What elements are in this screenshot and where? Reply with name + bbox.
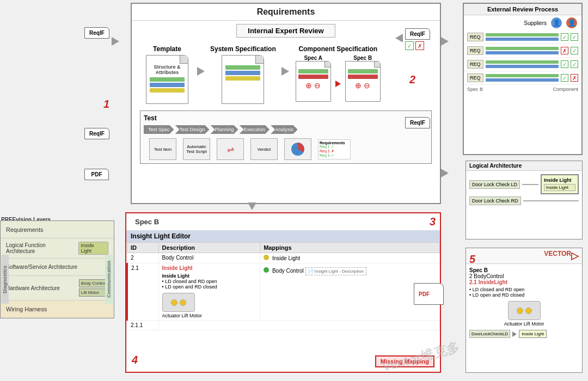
diagnostics-label: Diagnostics: [1, 255, 9, 304]
main-container: Requirements Internal Expert Review Temp…: [0, 0, 588, 381]
auto-script-label: Automatic Test Script: [183, 144, 210, 154]
number-2: 2: [409, 73, 415, 86]
arrow-left-1: [395, 34, 403, 42]
logical-arch-box: Logical Architecture Door Lock Check LD …: [465, 161, 583, 239]
test-title: Test: [144, 114, 428, 122]
component-label: Component: [553, 87, 578, 92]
internal-review-container: Internal Expert Review: [132, 21, 440, 41]
spec-a-content: ⊕ ⊖: [296, 62, 330, 92]
req-row-3: REQ ✓ ✓: [464, 58, 581, 71]
req-color-3: [486, 59, 559, 69]
arrow-system-to-component: [281, 45, 289, 76]
req-bar-green-3: [486, 60, 559, 64]
req-badge-4: REQ: [467, 73, 483, 82]
reqif-label-1: ReqIF: [84, 27, 109, 39]
inside-light-title-2: Inside Light: [162, 273, 257, 279]
actuator-image-1: [162, 293, 195, 312]
line-2: [523, 200, 579, 201]
auto-test-script-icon: Automatic Test Script: [183, 138, 210, 160]
verdict-icon: Verdict: [250, 138, 278, 160]
spec-b-right-label: Spec B: [467, 87, 483, 92]
col-description: Description: [158, 243, 260, 253]
arrow-to-logical-arch: [441, 169, 449, 177]
spec-b-icons: ⊕ ⊖: [348, 81, 378, 90]
pdf-doc: PDF: [84, 169, 109, 180]
row-21-desc: Inside Light Inside Light • LD closed an…: [158, 263, 260, 321]
dot-yellow-1: [264, 255, 269, 260]
spec-b-minus-icon: ⊖: [364, 81, 370, 90]
vector-label: VECTOR: [544, 250, 571, 262]
test-item-label: Test Item: [154, 147, 171, 152]
spec-b-plus-icon: ⊕: [355, 81, 362, 90]
spec-a-icons: ⊕ ⊖: [298, 81, 328, 90]
yellow-circle-2: [180, 299, 186, 306]
layer-requirements: Requirements: [1, 221, 114, 238]
system-spec-content: [222, 56, 264, 85]
spec-a-label: Spec A: [304, 55, 322, 61]
test-section: Test Test Spec Test Design Planning Exec…: [140, 110, 432, 164]
bar-blue-1: [150, 83, 185, 87]
layer-hardware-label: Hardware Architecture: [6, 285, 60, 291]
actuator-container: [162, 293, 257, 312]
suppliers-label: Suppliers: [524, 20, 547, 26]
test-step-3: Planning: [211, 125, 238, 134]
vector-spec-content: Spec B 2 BodyControl 2.1 InsideLight • L…: [466, 264, 582, 341]
row-2-desc: Body Control: [158, 253, 260, 263]
bar-yellow-1: [150, 88, 185, 93]
vector-ld2: • LD open and RD closed: [469, 292, 579, 298]
requirements-title: Requirements: [132, 4, 440, 21]
desc-indicator: 📄 Insight Light - Description: [305, 267, 367, 275]
ld-text-1: • LD closed and RD open: [162, 279, 257, 284]
plus-icon: ⊕: [305, 81, 312, 90]
communication-label: Communication: [105, 255, 113, 304]
test-step-5: Analysis: [271, 125, 298, 134]
specs-row: Template Structure & Attributes System S…: [132, 41, 440, 108]
editor-row-211: 2.1.1: [127, 321, 440, 330]
lift-motor-badge: Lift Motor: [79, 288, 108, 297]
reqif-doc-2: ReqIF: [84, 128, 109, 139]
check-red-2: ✗: [571, 74, 578, 82]
hardware-badges: Body Control Lift Motor: [77, 279, 108, 297]
suppliers-section: Suppliers 👤 👤: [464, 15, 581, 30]
layer-software: Software/Service Architecture: [1, 259, 114, 276]
body-control-badge: Body Control: [79, 279, 108, 287]
req-badge-2: REQ: [467, 46, 483, 55]
missing-mapping-badge: Missing Mapping: [375, 355, 434, 367]
vector-circle-2: [525, 308, 532, 314]
execute-icon: ⇌: [217, 138, 244, 160]
req-row-1: REQ ✓ ✓: [464, 30, 581, 44]
req-bar-blue-3: [486, 65, 559, 68]
spec-b-editor-label: Spec B: [131, 216, 163, 228]
layers-box: Requirements Logical Function Architectu…: [0, 220, 114, 318]
pdf-bottom-shape: PDF: [414, 283, 444, 305]
vector-ld1: • LD closed and RD open: [469, 287, 579, 292]
vector-circle-1: [517, 308, 523, 314]
row-2-id: 2: [127, 253, 159, 263]
inside-light-text: Inside Light: [162, 265, 193, 271]
spec-a-block: Spec A ⊕ ⊖: [295, 55, 332, 102]
req-row-2: REQ ✗ ✓: [464, 44, 581, 58]
vector-body-control: 2 BodyControl: [469, 273, 579, 279]
yellow-circle-1: [171, 299, 177, 306]
template-content: Structure & Attributes: [146, 56, 188, 97]
editor-header-row: ID Description Mappings: [127, 243, 440, 253]
req-badge-1: REQ: [467, 33, 483, 41]
vector-arrow-right: [512, 331, 517, 337]
ld-text-2: • LD open and RD closed: [162, 284, 257, 290]
layer-hardware: Hardware Architecture Body Control Lift …: [1, 276, 114, 300]
spec-b-content: ⊕ ⊖: [346, 62, 380, 92]
row-21-id: 2.1: [127, 263, 159, 321]
reqif-label-2: ReqIF: [84, 128, 109, 139]
template-doc-block: Template Structure & Attributes: [143, 45, 192, 104]
req-row-1: Req 1 ✓: [320, 145, 349, 149]
door-lock-rd: Door Lock Check RD: [469, 196, 521, 205]
arrow-req-to-reqif-right: [441, 37, 449, 46]
template-page: Structure & Attributes: [146, 55, 188, 104]
req-bar-blue-1: [486, 38, 559, 41]
requirements-mini-table: Requirements Req 1 ✓ Req 2 ✗ Req 3 ✓: [318, 139, 351, 159]
supplier-person-2: 👤: [566, 17, 577, 28]
vector-actuator-img: [508, 301, 541, 320]
component-spec-block: Component Specification Spec A ⊕ ⊖: [295, 45, 382, 102]
pdf-label: PDF: [84, 169, 109, 180]
bar-green-2: [225, 65, 260, 70]
